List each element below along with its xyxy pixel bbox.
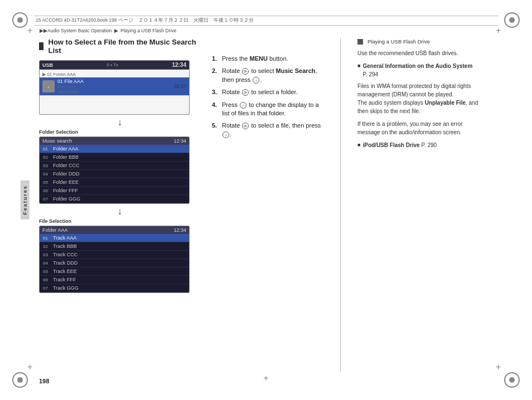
main-content: How to Select a File from the Music Sear… (39, 38, 504, 372)
ref-link-2: ■ iPod/USB Flash Drive P. 290 (357, 141, 486, 149)
corner-decoration-br (504, 372, 520, 388)
step-num-5: 5. (212, 121, 220, 139)
breadcrumb-part1: ▶▶Audio System Basic Operation (40, 28, 112, 33)
ref-text-2: iPod/USB Flash Drive P. 290 (362, 141, 437, 149)
steps-list: 1. Press the MENU button. 2. Rotate ⟳ to… (212, 55, 323, 139)
music-header-label: Music search (42, 138, 72, 144)
heading-bar (39, 42, 43, 50)
press-icon-3: ○ (223, 131, 229, 138)
column-divider (340, 38, 341, 372)
ref-page-1: P. 294 (362, 71, 378, 77)
corner-decoration-tl (12, 12, 28, 28)
music-screen-header: Music search 12:34 (40, 137, 189, 145)
rotate-icon-1: ⟳ (242, 68, 249, 75)
breadcrumb: ▶▶Audio System Basic Operation ▶ Playing… (39, 28, 177, 33)
rotate-icon-3: ⟳ (242, 123, 249, 129)
crosshair-bl (27, 363, 37, 373)
usb-device-screen: USB 0 ▪ Tx 12:34 ▶ 01 Folder AAA ♪ 01 Fi… (39, 60, 190, 115)
file-screen-header: Folder AAA 12:34 (40, 226, 189, 234)
step-text-2: Rotate ⟳ to select Music Search, then pr… (222, 67, 323, 84)
file-details: 01 File AAA Artist AAA Album AAA (57, 79, 175, 94)
step-text-1: Press the MENU button. (222, 55, 323, 63)
usb-time: 12:34 (172, 62, 186, 68)
track-name-6: Track FFF (53, 277, 76, 282)
crosshair-tl (27, 27, 37, 37)
album-name: Album AAA (57, 89, 175, 94)
track-name-4: Track DDD (53, 260, 78, 266)
crosshair-tr (495, 27, 505, 37)
breadcrumb-sep: ▶ (114, 28, 118, 33)
file-screen-time: 12:34 (173, 227, 186, 233)
sidebar-label: Features (21, 181, 30, 219)
music-row-6: 06 Folder FFF (40, 187, 189, 195)
music-row-5: 05 Folder EEE (40, 178, 189, 187)
right-panel-title: Playing a USB Flash Drive (367, 38, 430, 46)
file-screen-body: 01 Track AAA 02 Track BBB 03 Track CCC 0… (40, 234, 189, 292)
artist-name: Artist AAA (57, 84, 175, 89)
step-num-2: 2. (212, 67, 220, 84)
page-header: 15 ACCORD 4D-31T2A6200.book 198 ページ ２０１４… (33, 16, 499, 26)
panel-icon (357, 39, 363, 45)
step-text-5: Rotate ⟳ to select a file, then press ○. (222, 121, 323, 139)
file-time: 01:27 (175, 84, 186, 89)
ref-link-1: ■ General Information on the Audio Syste… (357, 62, 486, 79)
folder-selection-label: Folder Selection (39, 129, 201, 135)
press-icon-2: ○ (240, 102, 246, 109)
step-text-3: Rotate ⟳ to select a folder. (222, 88, 323, 96)
file-row-7: 07 Track GGG (40, 284, 189, 292)
folder-name-4: Folder DDD (53, 171, 80, 177)
music-row-7: 07 Folder GGG (40, 195, 189, 203)
corner-decoration-tr (504, 12, 520, 28)
corner-decoration-bl (12, 372, 28, 388)
file-selection-label: File Selection (39, 218, 201, 224)
ref-arrow-2: ■ (357, 142, 360, 149)
file-screen-folder: Folder AAA (42, 227, 68, 233)
music-row-4: 04 Folder DDD (40, 170, 189, 178)
file-row-4: 04 Track DDD (40, 259, 189, 267)
center-crosshair-bottom: + (263, 373, 268, 383)
ref-bold-1: General Information on the Audio System (362, 63, 472, 69)
step-3: 3. Rotate ⟳ to select a folder. (212, 88, 323, 96)
press-icon-1: ○ (253, 77, 259, 84)
file-selection-screen: Folder AAA 12:34 01 Track AAA 02 Track B… (39, 226, 190, 293)
drm-bold: Unplayable File (425, 100, 466, 106)
step-5: 5. Rotate ⟳ to select a file, then press… (212, 121, 323, 139)
step-num-1: 1. (212, 55, 220, 63)
track-name-2: Track BBB (53, 243, 77, 249)
music-row-3: 03 Folder CCC (40, 162, 189, 170)
file-row-2: 02 Track BBB (40, 242, 189, 251)
heading-text: How to Select a File from the Music Sear… (49, 38, 201, 55)
error-note: If there is a problem, you may see an er… (357, 120, 486, 136)
step-num-4: 4. (212, 101, 220, 118)
breadcrumb-part2: Playing a USB Flash Drive (120, 28, 176, 33)
track-name-7: Track GGG (53, 285, 79, 291)
file-row-5: 05 Track EEE (40, 267, 189, 276)
folder-name-1: Folder AAA (53, 146, 79, 152)
file-thumbnail: ♪ (42, 80, 55, 92)
left-column: How to Select a File from the Music Sear… (39, 38, 201, 372)
arrow-down-2: ↓ (39, 206, 201, 216)
music-header-time: 12:34 (173, 138, 186, 144)
music-screen-body: 01 Folder AAA 02 Folder BBB 03 Folder CC… (40, 145, 189, 203)
ref-arrow-1: ■ (357, 62, 360, 70)
active-file-item: ♪ 01 File AAA Artist AAA Album AAA 01:27 (40, 77, 189, 96)
music-search-screen: Music search 12:34 01 Folder AAA 02 Fold… (39, 136, 190, 204)
page-number: 198 (39, 378, 49, 384)
folder-path: ▶ 01 Folder AAA (42, 71, 186, 77)
usb-screen-body: ▶ 01 Folder AAA ♪ 01 File AAA Artist AAA… (40, 70, 189, 114)
folder-name-5: Folder EEE (53, 179, 79, 185)
file-name: 01 File AAA (57, 79, 175, 84)
drm-note: Files in WMA format protected by digital… (357, 82, 486, 115)
file-row-6: 06 Track FFF (40, 276, 189, 284)
track-name-1: Track AAA (53, 235, 76, 241)
step-2: 2. Rotate ⟳ to select Music Search, then… (212, 67, 323, 84)
step-text-4: Press ○ to change the display to a list … (222, 101, 323, 118)
ref-bold-2: iPod/USB Flash Drive (362, 142, 419, 148)
folder-name-2: Folder BBB (53, 154, 79, 160)
right-panel: Playing a USB Flash Drive Use the recomm… (357, 38, 486, 372)
file-row-3: 03 Track CCC (40, 251, 189, 259)
step-num-3: 3. (212, 88, 220, 96)
usb-screen-header: USB 0 ▪ Tx 12:34 (40, 61, 189, 70)
file-row-1: 01 Track AAA (40, 234, 189, 242)
step-4: 4. Press ○ to change the display to a li… (212, 101, 323, 118)
